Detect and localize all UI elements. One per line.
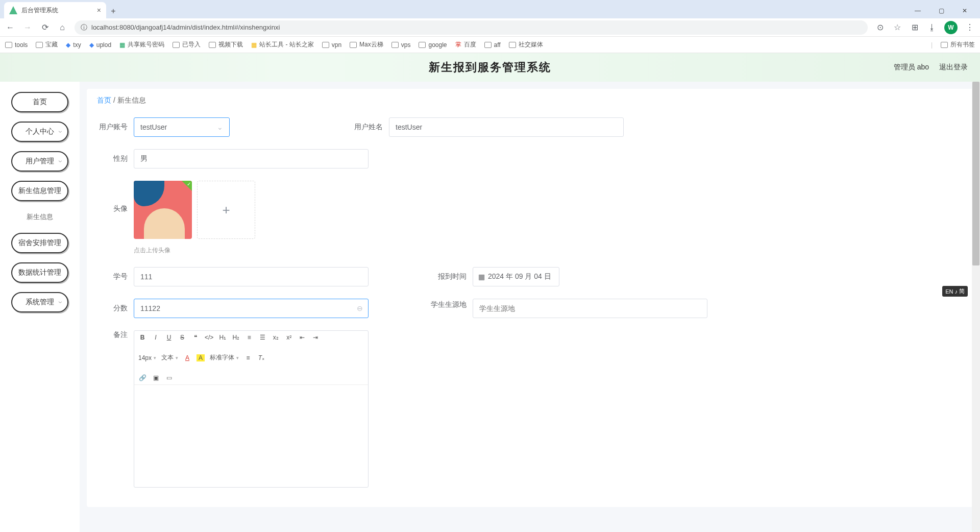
bg-color-icon[interactable]: A bbox=[197, 354, 205, 361]
chevron-down-icon: ⌄ bbox=[217, 123, 223, 131]
sid-input[interactable] bbox=[134, 267, 369, 286]
folder-icon bbox=[36, 42, 43, 48]
ul-icon[interactable]: ☰ bbox=[258, 334, 266, 341]
bookmark-item[interactable]: ▦站长工具 - 站长之家 bbox=[251, 40, 314, 49]
bookmark-item[interactable]: 已导入 bbox=[173, 40, 201, 49]
browser-tab[interactable]: 后台管理系统 × bbox=[4, 2, 106, 18]
underline-icon[interactable]: U bbox=[165, 334, 173, 341]
bookmark-item[interactable]: ◆txy bbox=[66, 41, 81, 49]
source-input[interactable] bbox=[473, 299, 707, 318]
site-info-icon[interactable]: ⓘ bbox=[81, 23, 87, 32]
maximize-button[interactable]: ▢ bbox=[930, 3, 952, 18]
align-icon[interactable]: ≡ bbox=[244, 354, 252, 361]
font-size-select[interactable]: 14px▾ bbox=[138, 354, 156, 361]
folder-icon bbox=[350, 42, 357, 48]
sup-icon[interactable]: x² bbox=[285, 334, 293, 341]
upload-button[interactable]: + bbox=[197, 181, 255, 239]
checkin-label: 报到时间 bbox=[430, 272, 467, 281]
app-body: 首页 个人中心 用户管理 新生信息管理 新生信息 宿舍安排管理 数据统计管理 系… bbox=[0, 82, 980, 532]
account-select[interactable]: testUser ⌄ bbox=[134, 117, 230, 137]
bookmark-item[interactable]: tools bbox=[5, 41, 28, 49]
forward-icon[interactable]: → bbox=[22, 23, 33, 32]
admin-label[interactable]: 管理员 abo bbox=[894, 63, 929, 72]
gender-input[interactable] bbox=[134, 149, 369, 168]
editor-content[interactable] bbox=[134, 385, 368, 487]
bold-icon[interactable]: B bbox=[138, 334, 146, 341]
bookmark-item[interactable]: vpn bbox=[322, 41, 341, 49]
link-icon[interactable]: 🔗 bbox=[138, 374, 146, 381]
app-header: 新生报到服务管理系统 管理员 abo 退出登录 bbox=[0, 53, 980, 82]
sidebar-item-system[interactable]: 系统管理 bbox=[11, 292, 68, 312]
scrollbar-thumb[interactable] bbox=[972, 82, 979, 265]
bookmark-item[interactable]: Max云梯 bbox=[350, 40, 383, 49]
password-icon[interactable]: ⊙ bbox=[875, 22, 885, 32]
profile-avatar[interactable]: W bbox=[944, 21, 958, 34]
sidebar-item-profile[interactable]: 个人中心 bbox=[11, 122, 68, 142]
sidebar-sub-student-info[interactable]: 新生信息 bbox=[27, 210, 53, 224]
name-input[interactable] bbox=[389, 117, 624, 137]
source-label: 学生生源地 bbox=[430, 299, 467, 310]
bookmark-item[interactable]: aff bbox=[484, 41, 501, 49]
window-controls: — ▢ ✕ bbox=[906, 3, 976, 18]
folder-icon bbox=[509, 42, 516, 48]
folder-icon bbox=[484, 42, 492, 48]
bookmark-star-icon[interactable]: ☆ bbox=[892, 22, 902, 32]
quote-icon[interactable]: ❝ bbox=[191, 334, 200, 341]
all-bookmarks-button[interactable]: 所有书签 bbox=[941, 40, 975, 49]
home-icon[interactable]: ⌂ bbox=[57, 23, 67, 32]
sidebar-item-student-info[interactable]: 新生信息管理 bbox=[11, 181, 68, 201]
content-area: 首页 / 新生信息 用户账号 testUser ⌄ 用户姓名 bbox=[80, 82, 980, 532]
breadcrumb-home[interactable]: 首页 bbox=[97, 96, 111, 104]
vertical-scrollbar[interactable] bbox=[972, 82, 980, 532]
close-window-button[interactable]: ✕ bbox=[953, 3, 976, 18]
ime-indicator[interactable]: EN♪简 bbox=[942, 286, 968, 297]
clear-format-icon[interactable]: Tₓ bbox=[257, 354, 265, 361]
logout-link[interactable]: 退出登录 bbox=[939, 63, 968, 72]
score-input[interactable] bbox=[134, 299, 369, 318]
calendar-icon: ▦ bbox=[478, 273, 485, 281]
bookmark-item[interactable]: ◆uplod bbox=[89, 41, 111, 49]
sidebar-item-home[interactable]: 首页 bbox=[11, 92, 68, 112]
sidebar-item-dorm[interactable]: 宿舍安排管理 bbox=[11, 233, 68, 253]
bookmark-item[interactable]: ▦共享账号密码 bbox=[119, 40, 164, 49]
text-color-icon[interactable]: A bbox=[183, 354, 191, 361]
rich-text-editor: B I U S ❝ </> H₁ H₂ ≡ ☰ x₂ x² ⇤ bbox=[134, 330, 369, 488]
folder-icon bbox=[391, 42, 399, 48]
extensions-icon[interactable]: ⊞ bbox=[910, 22, 920, 32]
bookmark-item[interactable]: 视频下载 bbox=[209, 40, 243, 49]
image-icon[interactable]: ▣ bbox=[152, 374, 160, 381]
bookmark-item[interactable]: google bbox=[419, 41, 447, 49]
downloads-icon[interactable]: ⭳ bbox=[927, 23, 937, 32]
checkin-date-input[interactable]: ▦ 2024 年 09 月 04 日 bbox=[473, 267, 559, 286]
chrome-menu-icon[interactable]: ⋮ bbox=[965, 22, 975, 32]
strike-icon[interactable]: S bbox=[178, 334, 186, 341]
indent-icon[interactable]: ⇤ bbox=[298, 334, 306, 341]
font-family-select[interactable]: 标准字体▾ bbox=[210, 353, 239, 362]
editor-toolbar: B I U S ❝ </> H₁ H₂ ≡ ☰ x₂ x² ⇤ bbox=[134, 331, 368, 385]
sidebar-item-stats[interactable]: 数据统计管理 bbox=[11, 262, 68, 283]
tab-close-icon[interactable]: × bbox=[97, 6, 101, 14]
code-icon[interactable]: </> bbox=[205, 334, 213, 341]
italic-icon[interactable]: I bbox=[152, 334, 160, 341]
bookmark-item[interactable]: 社交媒体 bbox=[509, 40, 543, 49]
minimize-button[interactable]: — bbox=[906, 3, 929, 18]
avatar-preview[interactable]: ✓ bbox=[134, 181, 192, 239]
score-label: 分数 bbox=[97, 304, 128, 313]
reload-icon[interactable]: ⟳ bbox=[40, 22, 50, 32]
outdent-icon[interactable]: ⇥ bbox=[311, 334, 320, 341]
h2-icon[interactable]: H₂ bbox=[232, 334, 240, 341]
back-icon[interactable]: ← bbox=[5, 23, 15, 32]
sub-icon[interactable]: x₂ bbox=[272, 334, 280, 341]
new-tab-button[interactable]: + bbox=[106, 4, 120, 18]
bookmark-item[interactable]: vps bbox=[391, 41, 411, 49]
video-icon[interactable]: ▭ bbox=[165, 374, 173, 381]
upload-hint: 点击上传头像 bbox=[134, 246, 255, 255]
sidebar-item-user-mgmt[interactable]: 用户管理 bbox=[11, 151, 68, 172]
folder-icon bbox=[5, 42, 12, 48]
url-input[interactable]: ⓘ localhost:8080/djangoafj14/admin/dist/… bbox=[75, 20, 868, 35]
bookmark-item[interactable]: 宝藏 bbox=[36, 40, 58, 49]
h1-icon[interactable]: H₁ bbox=[218, 334, 227, 341]
bookmark-item[interactable]: 掌百度 bbox=[455, 40, 476, 49]
ol-icon[interactable]: ≡ bbox=[245, 334, 253, 341]
text-type-select[interactable]: 文本▾ bbox=[161, 353, 178, 362]
